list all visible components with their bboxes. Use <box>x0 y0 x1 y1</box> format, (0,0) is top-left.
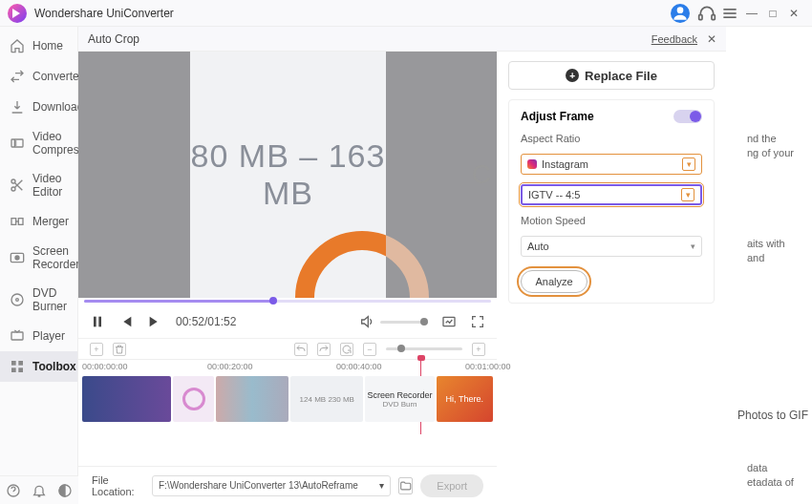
menu-icon[interactable] <box>720 4 739 23</box>
svg-point-8 <box>11 187 15 191</box>
plus-icon: + <box>566 69 579 82</box>
motion-speed-label: Motion Speed <box>521 215 702 226</box>
sidebar-item-downloader[interactable]: Downloader <box>0 92 77 122</box>
next-button[interactable] <box>147 314 162 329</box>
crop-mask-right: C <box>386 52 497 298</box>
app-logo <box>8 4 27 23</box>
theme-icon[interactable] <box>57 483 73 498</box>
timeline-tool-add[interactable]: + <box>90 343 103 356</box>
svg-rect-16 <box>11 361 16 366</box>
adjust-frame-toggle[interactable] <box>673 110 702 123</box>
svg-point-13 <box>11 294 23 305</box>
timeline-clip[interactable] <box>216 376 288 422</box>
sidebar-item-merger[interactable]: Merger <box>0 206 77 237</box>
timeline-clip[interactable]: Screen RecorderDVD Burn <box>365 376 434 422</box>
preview-overlay-text: 80 MB – 163 MB <box>190 137 386 212</box>
instagram-icon <box>527 159 537 169</box>
timeline-ruler[interactable]: 00:00:00:00 00:00:20:00 00:00:40:00 00:0… <box>78 359 497 376</box>
zoom-in-button[interactable]: + <box>472 343 485 356</box>
user-avatar[interactable] <box>671 4 690 23</box>
feedback-link[interactable]: Feedback <box>652 33 697 45</box>
pause-button[interactable] <box>90 314 105 329</box>
file-location-select[interactable]: F:\Wondershare UniConverter 13\AutoRefra… <box>152 475 391 496</box>
headset-icon[interactable] <box>697 4 716 23</box>
volume-control[interactable] <box>359 314 428 329</box>
export-button[interactable]: Export <box>420 474 483 497</box>
bell-icon[interactable] <box>32 483 47 498</box>
playback-time: 00:52/01:52 <box>176 315 236 328</box>
timeline-clip[interactable] <box>82 376 171 422</box>
svg-rect-15 <box>11 332 23 340</box>
video-preview[interactable]: 80 MB – 163 MB C <box>78 52 497 298</box>
maximize-button[interactable]: □ <box>762 3 783 24</box>
fullscreen-button[interactable] <box>470 314 485 329</box>
sidebar-label: Converter <box>32 70 83 83</box>
sidebar-item-dvd[interactable]: DVD Burner <box>0 279 77 321</box>
aspect-ratio-select[interactable]: IGTV -- 4:5▾ <box>521 184 702 205</box>
sidebar-item-toolbox[interactable]: Toolbox <box>0 351 77 382</box>
aspect-ratio-label: Aspect Ratio <box>521 133 702 144</box>
modal-close-button[interactable]: ✕ <box>707 32 716 46</box>
merge-icon <box>10 214 25 229</box>
bg-text: dataetadata of <box>747 461 794 491</box>
app-title: Wondershare UniConverter <box>34 7 174 20</box>
svg-rect-9 <box>11 219 16 225</box>
sidebar-item-home[interactable]: Home <box>0 31 77 61</box>
zoom-slider[interactable] <box>386 347 462 350</box>
svg-point-7 <box>11 179 15 183</box>
sidebar-footer <box>0 475 78 504</box>
platform-select[interactable]: Instagram ▾ <box>521 154 702 175</box>
redo-button[interactable] <box>317 343 331 356</box>
timeline-tool-delete[interactable] <box>113 343 126 356</box>
analyze-button[interactable]: Analyze <box>521 270 588 293</box>
timeline-clip[interactable]: Hi, There. <box>437 376 493 422</box>
svg-rect-1 <box>699 14 702 19</box>
scrubber[interactable] <box>78 298 497 305</box>
file-location-label: File Location: <box>92 474 144 497</box>
svg-point-12 <box>15 256 19 260</box>
sidebar-item-editor[interactable]: Video Editor <box>0 164 77 206</box>
sidebar-label: Merger <box>32 215 69 228</box>
zoom-out-button[interactable]: − <box>363 343 376 356</box>
svg-rect-21 <box>98 317 101 327</box>
close-button[interactable]: ✕ <box>783 3 804 24</box>
minimize-button[interactable]: — <box>741 3 762 24</box>
svg-rect-18 <box>11 368 16 372</box>
sidebar-item-compressor[interactable]: Video Compressor <box>0 122 77 164</box>
sidebar-label: DVD Burner <box>32 286 68 313</box>
sidebar: Home Converter Downloader Video Compress… <box>0 27 78 504</box>
disc-icon <box>10 292 25 307</box>
compress-icon <box>10 136 25 151</box>
sidebar-label: Screen Recorder <box>32 244 79 271</box>
timeline-clip[interactable] <box>173 376 213 422</box>
prev-button[interactable] <box>118 314 134 329</box>
timeline-toolbar: + − + <box>78 338 497 359</box>
bg-text: nd theng of your <box>747 132 794 161</box>
adjust-frame-box: Adjust Frame Aspect Ratio Instagram ▾ IG… <box>508 99 715 304</box>
sidebar-item-recorder[interactable]: Screen Recorder <box>0 237 77 279</box>
record-icon <box>10 250 25 265</box>
motion-speed-select[interactable]: Auto▾ <box>521 236 702 257</box>
undo-button[interactable] <box>294 343 308 356</box>
svg-rect-2 <box>712 14 715 19</box>
playback-controls: 00:52/01:52 <box>78 305 497 338</box>
svg-rect-10 <box>18 219 23 225</box>
sidebar-label: Video Editor <box>32 172 68 199</box>
tv-icon <box>10 328 25 344</box>
sidebar-label: Home <box>32 39 63 52</box>
timeline-clip[interactable]: 124 MB 230 MB <box>290 376 363 422</box>
svg-rect-17 <box>18 361 23 366</box>
replace-file-button[interactable]: + Replace File <box>508 61 715 90</box>
help-icon[interactable] <box>6 483 21 498</box>
sidebar-item-player[interactable]: Player <box>0 321 77 351</box>
svg-point-0 <box>677 7 684 13</box>
open-folder-button[interactable] <box>398 477 413 494</box>
snapshot-button[interactable] <box>441 314 457 329</box>
preview-column: 80 MB – 163 MB C 00:52/01:52 <box>78 52 497 504</box>
refresh-button[interactable] <box>340 343 353 356</box>
sidebar-label: Player <box>32 329 65 343</box>
titlebar: Wondershare UniConverter — □ ✕ <box>0 0 812 27</box>
volume-icon <box>359 314 374 329</box>
timeline-thumbnails[interactable]: 124 MB 230 MB Screen RecorderDVD Burn Hi… <box>78 376 497 430</box>
sidebar-item-converter[interactable]: Converter <box>0 61 77 92</box>
